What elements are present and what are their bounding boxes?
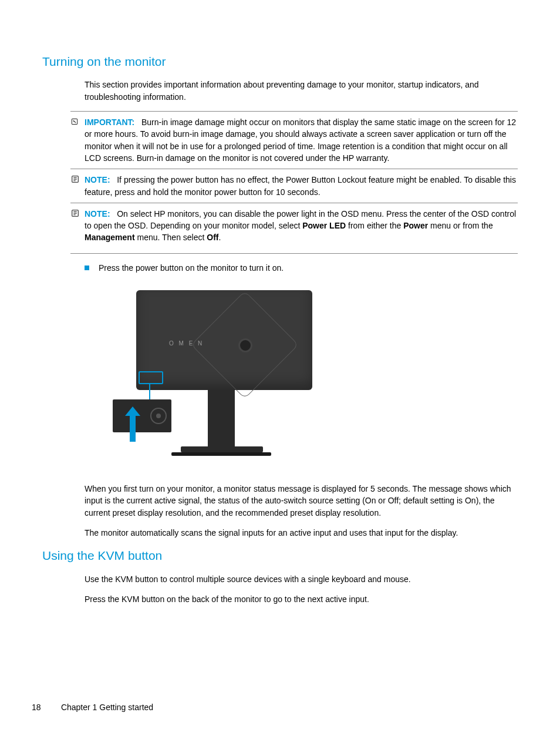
note-text-1: If pressing the power button has no effe… (85, 175, 516, 196)
note2-bold1: Power LED (302, 221, 346, 230)
note-label-1: NOTE: (85, 175, 110, 184)
important-icon (70, 116, 85, 129)
intro-paragraph: This section provides important informat… (85, 79, 518, 103)
para-auto-scan: The monitor automatically scans the sign… (85, 527, 518, 539)
note2-text-b: from either the (346, 221, 403, 230)
bullet-text-1: Press the power button on the monitor to… (99, 262, 284, 274)
important-text: Burn-in image damage might occur on moni… (85, 117, 516, 163)
callout-note-2: NOTE: On select HP monitors, you can dis… (70, 208, 518, 244)
note2-text-e: . (219, 233, 221, 242)
figure-monitor-rear: O M E N (113, 290, 312, 466)
note2-bold3: Management (85, 233, 135, 242)
important-label: IMPORTANT: (85, 117, 134, 127)
note2-text-d: menu. Then select (135, 233, 207, 242)
inset-zoom (113, 399, 171, 432)
note2-bold2: Power (403, 221, 428, 230)
highlight-rect-icon (139, 371, 163, 384)
square-bullet-icon (85, 266, 89, 270)
chapter-label: Chapter 1 Getting started (61, 703, 153, 712)
page-number: 18 (32, 701, 59, 713)
heading-turning-on-monitor: Turning on the monitor (42, 53, 518, 70)
page-footer: 18 Chapter 1 Getting started (32, 701, 153, 713)
note-icon (70, 208, 85, 221)
kvm-para-2: Press the KVM button on the back of the … (85, 593, 518, 605)
osd-dial-icon (150, 408, 167, 424)
omen-brand-label: O M E N (169, 340, 204, 348)
note2-bold4: Off (207, 233, 218, 242)
note-label-2: NOTE: (85, 209, 110, 219)
para-status-message: When you first turn on your monitor, a m… (85, 483, 518, 519)
kvm-para-1: Use the KVM button to control multiple s… (85, 573, 518, 585)
note2-text-c: menu or from the (428, 221, 493, 230)
callout-note-1: NOTE: If pressing the power button has n… (70, 174, 518, 198)
note-icon (70, 174, 85, 187)
heading-using-kvm-button: Using the KVM button (42, 547, 518, 564)
callout-important: IMPORTANT: Burn-in image damage might oc… (70, 116, 518, 164)
arrow-up-icon (127, 412, 139, 442)
bullet-press-power: Press the power button on the monitor to… (85, 262, 518, 274)
